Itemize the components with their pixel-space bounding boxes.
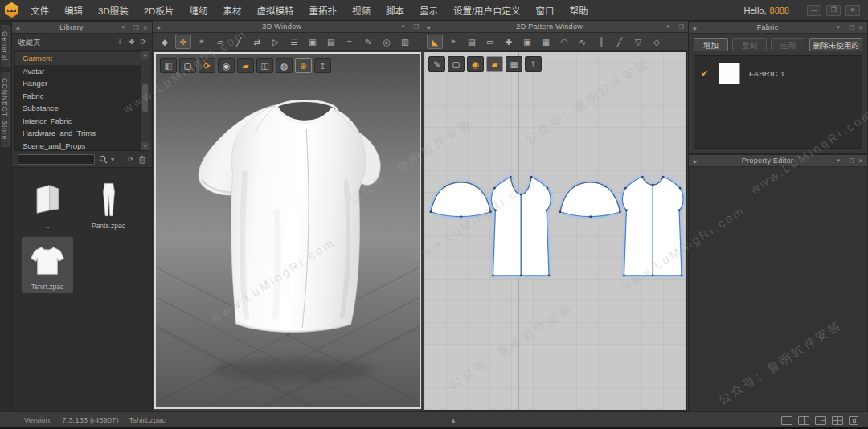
menu-item-11[interactable]: 设置/用户自定义 <box>453 4 521 17</box>
avatar-bust-icon[interactable]: ◍ <box>276 58 293 73</box>
scrollbar[interactable]: ▲ ▼ <box>141 51 149 150</box>
file-item-Tshirt-zpac[interactable]: Tshirt.zpac <box>22 237 73 293</box>
arrangement-tool[interactable]: ⇄ <box>249 35 265 49</box>
chevron-down-icon[interactable]: ▾ <box>402 23 405 30</box>
library-item-hanger[interactable]: Hanger <box>15 77 141 90</box>
scroll-up-button[interactable]: ▲ <box>141 51 149 59</box>
grid-display-icon[interactable]: ▦ <box>506 56 522 72</box>
library-item-scene_and_props[interactable]: Scene_and_Props <box>15 140 141 152</box>
sewing2d-tool[interactable]: ╱ <box>612 35 628 49</box>
file-item---[interactable]: .. <box>22 176 73 232</box>
menu-item-3[interactable]: 2D板片 <box>144 4 174 17</box>
dart-tool[interactable]: ▽ <box>630 35 646 49</box>
close-button[interactable]: ✕ <box>845 5 860 16</box>
library-item-fabric[interactable]: Fabric <box>15 90 141 103</box>
pin-tool[interactable]: ✚ <box>501 35 517 49</box>
search-input[interactable] <box>18 154 95 165</box>
menu-item-2[interactable]: 3D服装 <box>98 4 129 17</box>
menu-item-5[interactable]: 素材 <box>223 4 241 17</box>
pattern-piece-sleeve-left[interactable] <box>430 182 492 218</box>
add-pattern-tool[interactable]: ▤ <box>464 35 480 49</box>
trash-icon[interactable] <box>138 155 146 164</box>
seam-tool[interactable]: ▣ <box>519 35 535 49</box>
2d-viewport[interactable]: ✎▢◉▰▦↥ <box>424 51 687 411</box>
library-item-avatar[interactable]: Avatar <box>15 65 141 78</box>
search-icon[interactable] <box>99 155 108 164</box>
pattern-display-icon[interactable]: ▢ <box>448 56 465 72</box>
pleat-tool[interactable]: ║ <box>593 35 609 49</box>
fold-tool[interactable]: ▣ <box>305 35 321 49</box>
3d-viewport[interactable]: ◧▢⟳◉▰◫◍⊕↥ <box>154 52 421 409</box>
tray-icon[interactable]: ↥ <box>525 56 542 72</box>
library-item-garment[interactable]: Garment <box>15 52 141 65</box>
menu-item-9[interactable]: 脚本 <box>386 4 404 17</box>
scroll-down-button[interactable]: ▼ <box>141 142 149 150</box>
menu-item-6[interactable]: 虚拟模特 <box>256 4 293 17</box>
texture-surface-icon[interactable]: ◫ <box>256 58 273 73</box>
menu-item-0[interactable]: 文件 <box>31 4 49 17</box>
grid-tool[interactable]: ▤ <box>323 35 339 49</box>
fabric-swatch-icon[interactable]: ▰ <box>486 56 503 72</box>
library-item-hardware_and_trims[interactable]: Hardware_and_Trims <box>15 127 141 140</box>
pattern-piece-front-bodice[interactable] <box>491 176 551 276</box>
menu-item-10[interactable]: 显示 <box>420 4 438 17</box>
float-panel-icon[interactable]: ❐ <box>678 23 684 31</box>
layout-four-grid[interactable] <box>832 416 843 425</box>
chevron-down-icon[interactable]: ▾ <box>121 24 125 31</box>
float-panel-icon[interactable]: ❐ <box>849 157 854 165</box>
pen3d-tool[interactable]: ✎ <box>360 35 376 49</box>
layout-two-pane[interactable] <box>798 416 809 425</box>
search-filter-dropdown-icon[interactable]: ▾ <box>111 155 114 164</box>
expand-panel-button[interactable]: ▲ <box>450 412 457 428</box>
float-panel-icon[interactable]: ❐ <box>133 24 139 31</box>
simulate-tool[interactable]: ◆ <box>157 35 173 49</box>
layout-three-pane[interactable] <box>815 416 826 425</box>
float-panel-icon[interactable]: ❐ <box>849 24 854 31</box>
sewing-tool[interactable]: ╱ <box>231 35 247 49</box>
close-icon[interactable]: ✕ <box>858 157 863 165</box>
menu-item-7[interactable]: 重拓扑 <box>309 4 337 17</box>
world-axis-icon[interactable]: ⊕ <box>295 58 312 73</box>
menu-item-8[interactable]: 视频 <box>352 4 371 17</box>
scroll-thumb[interactable] <box>142 84 148 112</box>
zipper-tool[interactable]: ▥ <box>397 35 413 49</box>
select-lasso-tool[interactable]: ▱ <box>212 35 228 49</box>
transform-pattern-tool[interactable]: ◣ <box>427 35 443 49</box>
menu-item-1[interactable]: 编辑 <box>64 4 83 17</box>
avatar-display-icon[interactable]: ◉ <box>218 58 235 73</box>
avatar-tool[interactable]: ☰ <box>286 35 302 49</box>
close-icon[interactable]: ✕ <box>143 24 148 31</box>
layout-single[interactable] <box>781 416 792 425</box>
gizmo-tool[interactable]: ▷ <box>268 35 284 49</box>
simulate-quality-icon[interactable]: ⟳ <box>199 58 215 73</box>
select-move-tool[interactable]: ✛ <box>175 35 191 49</box>
garment-tool[interactable]: ◇ <box>649 35 665 49</box>
user-name[interactable]: 8888 <box>770 6 789 15</box>
import-icon[interactable]: ↧ <box>117 38 123 46</box>
wrinkle-tool[interactable]: ≈ <box>342 35 358 49</box>
trace-tool[interactable]: ∿ <box>575 35 591 49</box>
circle3d-tool[interactable]: ◎ <box>379 35 395 49</box>
pattern-piece-sleeve-right[interactable] <box>559 182 621 218</box>
maximize-button[interactable]: ❐ <box>826 5 841 16</box>
fabric-item[interactable]: ✔FABRIC 1 <box>701 63 855 84</box>
select-box-tool[interactable]: ⌖ <box>194 35 210 49</box>
layout-settings[interactable] <box>849 416 858 425</box>
pattern-piece-back-bodice[interactable] <box>622 176 683 276</box>
fabric-button-0[interactable]: 增加 <box>694 38 728 51</box>
fabric-button-3[interactable]: 删除未使用的 <box>809 38 862 51</box>
refresh-icon[interactable]: ⟳ <box>128 155 133 164</box>
add-rectangle-tool[interactable]: ▭ <box>482 35 498 49</box>
check-icon[interactable]: ✔ <box>701 68 719 79</box>
library-item-interior_fabric[interactable]: Interior_Fabric <box>15 115 141 128</box>
float-panel-icon[interactable]: ❐ <box>413 23 419 31</box>
add-icon[interactable]: ✚ <box>129 38 135 46</box>
curve-tool[interactable]: ◠ <box>556 35 572 49</box>
menu-item-12[interactable]: 窗口 <box>536 4 555 17</box>
fabric-display-icon[interactable]: ▰ <box>237 58 254 73</box>
info-icon[interactable]: ◉ <box>467 56 484 72</box>
white-garment-view-icon[interactable]: ▢ <box>179 58 196 73</box>
chevron-down-icon[interactable]: ▾ <box>837 24 840 31</box>
toolbar-tray-icon[interactable]: ↥ <box>314 58 331 73</box>
file-item-Pants-zpac[interactable]: Pants.zpac <box>83 176 134 232</box>
